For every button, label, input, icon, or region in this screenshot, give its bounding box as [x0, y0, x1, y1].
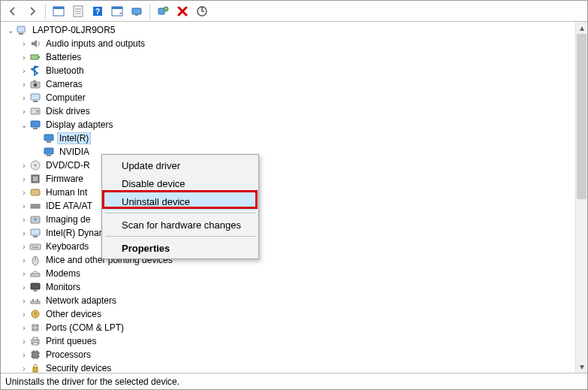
toolbar-separator [149, 4, 150, 19]
expand-icon[interactable]: › [19, 322, 29, 333]
tree-node[interactable]: ›Imaging de [2, 213, 575, 226]
tree-node-label: Processors [44, 349, 93, 361]
toolbar-uninstall-button[interactable] [173, 3, 191, 20]
expand-icon[interactable]: › [19, 336, 29, 346]
expand-icon[interactable]: › [19, 65, 29, 76]
bluetooth-icon [29, 65, 41, 77]
tree-node[interactable]: ›Security devices [2, 361, 575, 373]
tree-node[interactable]: ›Human Int [2, 186, 575, 199]
expand-icon[interactable]: › [19, 349, 29, 360]
tree-node-label: Bluetooth [44, 65, 86, 77]
expand-icon[interactable]: › [19, 79, 29, 89]
tree-node[interactable]: ›Print queues [2, 334, 575, 348]
tree-node[interactable]: ›Ports (COM & LPT) [2, 321, 575, 334]
expand-icon[interactable]: › [19, 92, 29, 103]
svg-rect-59 [37, 299, 38, 301]
tree-node[interactable]: ›Intel(R) [2, 132, 575, 145]
tree-node[interactable]: ›Modems [2, 267, 575, 280]
context-menu-item[interactable]: Properties [104, 239, 257, 257]
toolbar-show-hidden-button[interactable] [50, 3, 68, 20]
svg-rect-23 [33, 101, 38, 102]
toolbar-view-button[interactable] [128, 3, 146, 20]
scroll-up-arrow[interactable]: ▴ [576, 22, 587, 34]
svg-rect-46 [33, 236, 38, 237]
toolbar-back-button[interactable] [4, 3, 22, 20]
collapse-icon[interactable]: ⌄ [5, 25, 16, 35]
security-icon [29, 362, 41, 373]
toolbar-properties-button[interactable] [69, 3, 87, 20]
tree-node[interactable]: ›Processors [2, 348, 575, 361]
expand-icon[interactable]: › [19, 187, 29, 198]
tree-node[interactable]: ⌄LAPTOP-0LJR9OR5 [2, 23, 575, 37]
toolbar-help-button[interactable]: ? [89, 3, 107, 20]
svg-rect-54 [31, 274, 40, 277]
monitor-icon [29, 281, 41, 293]
expand-icon[interactable]: › [19, 255, 29, 265]
svg-rect-45 [31, 229, 40, 235]
expand-icon[interactable]: › [19, 282, 29, 292]
svg-rect-29 [47, 141, 51, 143]
tree-node[interactable]: ›Bluetooth [2, 64, 575, 77]
tree-node[interactable]: ⌄Display adapters [2, 118, 575, 132]
expand-icon[interactable]: › [19, 363, 29, 373]
toolbar-forward-button[interactable] [23, 3, 41, 20]
tree-node[interactable]: ›Computer [2, 91, 575, 104]
svg-rect-28 [44, 135, 53, 141]
toolbar-update-button[interactable] [193, 3, 211, 20]
uninstall-icon [176, 5, 188, 17]
svg-rect-18 [38, 56, 40, 58]
context-menu-item[interactable]: Update driver [104, 156, 257, 174]
expand-icon[interactable]: › [19, 309, 29, 319]
tree-node-label: LAPTOP-0LJR9OR5 [30, 24, 118, 36]
svg-rect-68 [33, 337, 38, 340]
expand-icon[interactable]: › [19, 214, 29, 225]
tree-node[interactable]: ›Disk drives [2, 104, 575, 118]
display-icon [43, 132, 55, 144]
context-menu-separator [105, 213, 255, 213]
tree-node[interactable]: ›DVD/CD-R [2, 159, 575, 172]
toolbar-action-button[interactable] [108, 3, 126, 20]
tree-node[interactable]: ›Audio inputs and outputs [2, 37, 575, 50]
context-menu-item[interactable]: Scan for hardware changes [104, 216, 257, 234]
svg-rect-36 [31, 189, 40, 195]
toolbar-scan-button[interactable] [154, 3, 172, 20]
mouse-icon [29, 254, 41, 266]
tree-node-label: Modems [44, 268, 83, 280]
tree-node-label: Batteries [44, 51, 83, 63]
tree-node[interactable]: ›Cameras [2, 77, 575, 91]
expand-icon[interactable]: › [19, 38, 29, 49]
scroll-thumb[interactable] [577, 34, 586, 199]
svg-rect-58 [32, 299, 34, 301]
scroll-down-arrow[interactable]: ▾ [576, 361, 587, 373]
context-menu-item[interactable]: Uninstall device [104, 192, 257, 210]
svg-text:?: ? [34, 311, 38, 318]
vertical-scrollbar[interactable]: ▴ ▾ [575, 22, 587, 373]
tree-node[interactable]: ›NVIDIA [2, 145, 575, 159]
tree-node-label: Monitors [44, 281, 83, 293]
tree-node[interactable]: ›Network adapters [2, 294, 575, 307]
context-menu-item[interactable]: Disable device [104, 174, 257, 192]
tree-node[interactable]: ›Monitors [2, 280, 575, 294]
expand-icon[interactable]: › [19, 268, 29, 279]
tree-node[interactable]: ›Batteries [2, 50, 575, 64]
expand-icon[interactable]: › [19, 106, 29, 116]
expand-icon[interactable]: › [19, 201, 29, 211]
forward-icon [26, 5, 38, 17]
tree-node[interactable]: ›Intel(R) Dynamic Platform and Thermal F… [2, 226, 575, 240]
tree-node[interactable]: ›?Other devices [2, 307, 575, 321]
expand-icon[interactable]: › [19, 228, 29, 238]
expand-icon[interactable]: › [19, 295, 29, 306]
expand-icon[interactable]: › [19, 160, 29, 171]
expand-icon[interactable]: › [19, 241, 29, 252]
tree-node[interactable]: ›Keyboards [2, 240, 575, 253]
expand-icon[interactable]: › [19, 174, 29, 184]
tree-node[interactable]: ›Mice and other pointing devices [2, 253, 575, 267]
collapse-icon[interactable]: ⌄ [19, 119, 29, 130]
scan-icon [157, 5, 169, 17]
network-icon [29, 295, 41, 307]
display-icon [29, 119, 41, 131]
expand-icon[interactable]: › [19, 52, 29, 62]
tree-node[interactable]: ›Firmware [2, 172, 575, 186]
svg-rect-62 [32, 325, 38, 331]
tree-node[interactable]: ›IDE ATA/AT [2, 199, 575, 213]
